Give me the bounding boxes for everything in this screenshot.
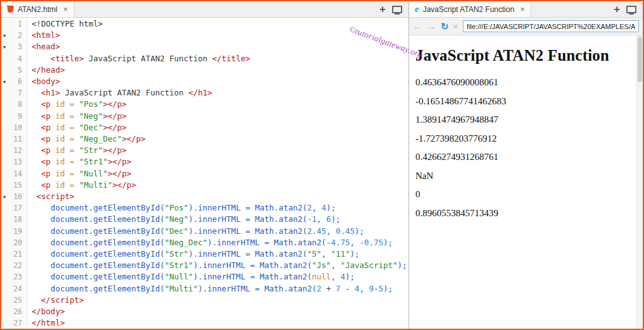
code-line-text: </body> xyxy=(28,306,65,317)
scrollbar-thumb[interactable] xyxy=(638,37,642,82)
fold-arrow-icon[interactable]: ▼ xyxy=(3,30,6,42)
line-gutter: 8 xyxy=(1,99,28,110)
code-line-text: <script> xyxy=(28,191,75,202)
code-line[interactable]: ▼3<head> xyxy=(1,41,408,52)
code-line[interactable]: 5</head> xyxy=(1,64,408,76)
line-number: 9 xyxy=(18,112,22,121)
editor-tab[interactable]: ATAN2.html × xyxy=(1,1,75,17)
editor-pane: ATAN2.html × + 1<!DOCTYPE html>▼2<html>▼… xyxy=(1,1,409,329)
code-line[interactable]: 27</html> xyxy=(1,317,408,329)
code-line[interactable]: 20 document.getElementById("Neg_Dec").in… xyxy=(1,237,408,248)
fold-arrow-icon[interactable]: ▼ xyxy=(3,192,6,203)
line-number: 2 xyxy=(18,31,22,40)
line-gutter: ▼3 xyxy=(1,41,28,52)
browser-outputs: 0.4636476090008061-0.165148677414626831.… xyxy=(415,77,643,218)
line-gutter: 23 xyxy=(1,271,28,283)
html-file-icon xyxy=(7,6,14,13)
code-line[interactable]: ▼16 <script> xyxy=(1,191,408,202)
output-value: 0.4636476090008061 xyxy=(415,77,643,87)
line-number: 8 xyxy=(18,100,22,109)
browser-scrollbar[interactable] xyxy=(636,35,643,329)
editor-new-tab-button[interactable]: + xyxy=(379,4,386,15)
line-gutter: 14 xyxy=(1,168,28,180)
code-line[interactable]: 14 <p id = "Null"></p> xyxy=(1,168,408,180)
code-line[interactable]: 25 </script> xyxy=(1,295,408,306)
line-gutter: 18 xyxy=(1,214,28,225)
line-gutter: 19 xyxy=(1,226,28,237)
line-gutter: 15 xyxy=(1,180,28,191)
output-value: 0.4266274931268761 xyxy=(415,152,643,162)
forward-button[interactable]: → xyxy=(427,21,436,31)
code-line[interactable]: 15 <p id = "Multi"></p> xyxy=(1,180,408,191)
line-number: 7 xyxy=(18,89,22,97)
code-line-text: </html> xyxy=(28,317,65,329)
line-gutter: 11 xyxy=(1,133,28,145)
code-line[interactable]: ▼2<html> xyxy=(1,30,408,41)
internet-explorer-icon: e xyxy=(415,4,419,14)
code-line-text: <p id = "Neg_Dec"></p> xyxy=(28,133,146,145)
code-line-text: <head> xyxy=(28,41,60,52)
code-line-text: document.getElementById("Neg_Dec").inner… xyxy=(28,237,393,248)
code-line[interactable]: 21 document.getElementById("Str").innerH… xyxy=(1,248,408,260)
code-line[interactable]: ▼6<body> xyxy=(1,76,408,87)
code-line[interactable]: 11 <p id = "Neg_Dec"></p> xyxy=(1,133,408,145)
line-number: 18 xyxy=(13,215,22,224)
line-gutter: 24 xyxy=(1,283,28,295)
browser-tab-close-icon[interactable]: × xyxy=(520,5,525,13)
code-line-text: <html> xyxy=(28,30,60,41)
code-line[interactable]: 7 <h1> JavaScript ATAN2 Function </h1> xyxy=(1,87,408,99)
code-line-text: <h1> JavaScript ATAN2 Function </h1> xyxy=(28,87,212,99)
code-line[interactable]: 4 <title> JavaScript ATAN2 Function </ti… xyxy=(1,53,408,64)
code-line-text: <p id = "Null"></p> xyxy=(28,168,131,180)
line-gutter: 22 xyxy=(1,260,28,271)
line-gutter: 17 xyxy=(1,202,28,214)
line-gutter: ▼2 xyxy=(1,30,28,41)
line-gutter: 12 xyxy=(1,145,28,156)
line-gutter: 4 xyxy=(1,53,28,64)
address-bar[interactable] xyxy=(463,20,639,32)
editor-tab-close-icon[interactable]: × xyxy=(63,5,68,13)
line-number: 26 xyxy=(13,307,22,316)
line-gutter: ▼6 xyxy=(1,76,28,87)
code-line[interactable]: 19 document.getElementById("Dec").innerH… xyxy=(1,226,408,237)
code-line-text: <p id = "Dec"></p> xyxy=(28,122,127,133)
line-number: 12 xyxy=(13,146,22,155)
code-line[interactable]: 24 document.getElementById("Multi").inne… xyxy=(1,283,408,295)
refresh-button[interactable]: ↻ xyxy=(441,21,449,31)
browser-tabbar: e JavaScript ATAN2 Function × + xyxy=(409,1,643,18)
code-line[interactable]: 12 <p id = "Str"></p> xyxy=(1,145,408,156)
fold-arrow-icon[interactable]: ▼ xyxy=(3,42,6,53)
code-line[interactable]: 23 document.getElementById("Null").inner… xyxy=(1,271,408,283)
line-number: 23 xyxy=(13,272,22,281)
line-number: 3 xyxy=(18,42,22,51)
browser-new-tab-button[interactable]: + xyxy=(614,4,620,15)
browser-tab[interactable]: e JavaScript ATAN2 Function × xyxy=(409,1,531,17)
split-window: ATAN2.html × + 1<!DOCTYPE html>▼2<html>▼… xyxy=(1,1,643,329)
line-number: 6 xyxy=(18,77,22,86)
code-line-text: <p id = "Str1"></p> xyxy=(28,156,131,168)
code-line[interactable]: 17 document.getElementById("Pos").innerH… xyxy=(1,202,408,214)
code-line[interactable]: 18 document.getElementById("Neg").innerH… xyxy=(1,214,408,225)
browser-split-view-icon[interactable] xyxy=(626,6,636,13)
code-line-text: <!DOCTYPE html> xyxy=(28,18,103,30)
code-line[interactable]: 9 <p id = "Neg"></p> xyxy=(1,111,408,122)
stop-button[interactable]: × xyxy=(453,21,459,31)
code-editor[interactable]: 1<!DOCTYPE html>▼2<html>▼3<head>4 <title… xyxy=(1,18,408,329)
output-value: 1.3891474967948847 xyxy=(415,114,643,125)
code-line[interactable]: 13 <p id = "Str1"></p> xyxy=(1,156,408,168)
back-button[interactable]: ← xyxy=(413,21,422,31)
editor-split-view-icon[interactable] xyxy=(392,6,402,13)
browser-toolbar: ← → ↻ × xyxy=(409,18,643,35)
code-line-text: document.getElementById("Str1").innerHTM… xyxy=(28,260,407,271)
line-gutter: 13 xyxy=(1,156,28,168)
code-line[interactable]: 8 <p id = "Pos"></p> xyxy=(1,99,408,110)
code-line[interactable]: 26</body> xyxy=(1,306,408,317)
code-line[interactable]: 1<!DOCTYPE html> xyxy=(1,18,408,30)
code-line-text: <body> xyxy=(28,76,60,87)
line-number: 10 xyxy=(13,123,22,132)
code-line[interactable]: 10 <p id = "Dec"></p> xyxy=(1,122,408,133)
line-number: 20 xyxy=(13,238,22,247)
line-number: 14 xyxy=(13,169,22,178)
fold-arrow-icon[interactable]: ▼ xyxy=(3,76,6,88)
code-line[interactable]: 22 document.getElementById("Str1").inner… xyxy=(1,260,408,271)
